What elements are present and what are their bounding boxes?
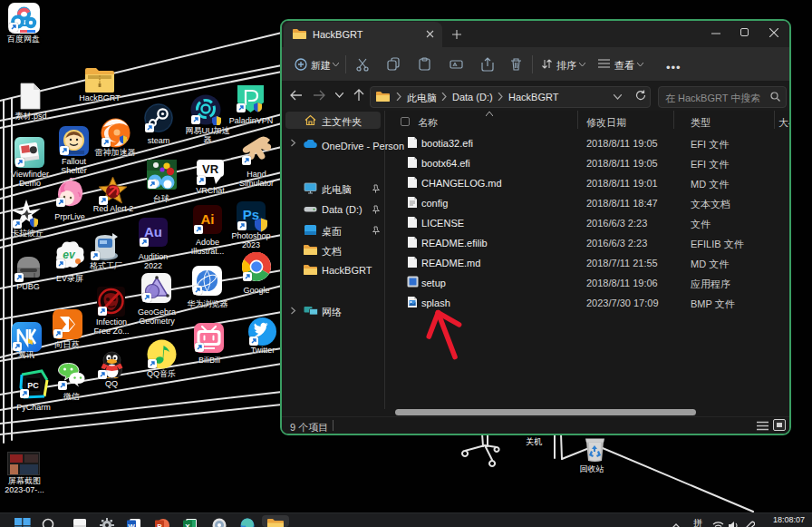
svg-text:P: P [157,522,162,527]
svg-text:PC: PC [27,381,39,390]
svg-text:VR: VR [202,162,219,176]
svg-text:X: X [185,522,190,527]
svg-text:W: W [128,522,135,527]
